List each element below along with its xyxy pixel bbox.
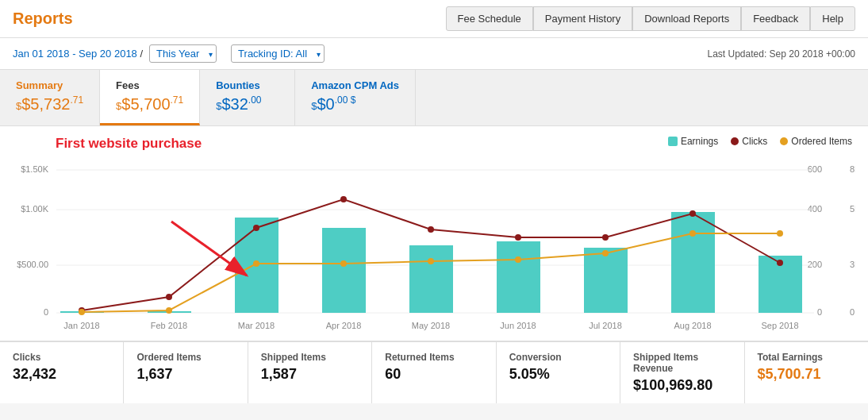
- tab-cpm-label: Amazon CPM Ads: [311, 79, 399, 91]
- tab-bounties-amount: $$32.00: [216, 94, 278, 114]
- stat-clicks: Clicks 32,432: [0, 342, 124, 403]
- period-dropdown-wrap[interactable]: This Year Last Year Custom: [149, 44, 217, 63]
- tab-summary-label: Summary: [16, 79, 83, 91]
- item-dot-may: [428, 258, 434, 264]
- stat-clicks-label: Clicks: [13, 352, 110, 363]
- date-range: Jan 01 2018 - Sep 20 2018 /: [13, 48, 143, 60]
- stat-shipped-value: 1,587: [261, 366, 359, 383]
- stat-revenue-value: $100,969.80: [633, 377, 731, 394]
- svg-text:Aug 2018: Aug 2018: [674, 321, 711, 330]
- stat-returned-label: Returned Items: [385, 352, 482, 363]
- click-dot-may: [428, 226, 434, 233]
- click-dot-mar: [253, 225, 259, 231]
- stat-revenue-label: Shipped Items Revenue: [633, 352, 731, 374]
- tab-bounties[interactable]: Bounties $$32.00: [200, 70, 295, 125]
- item-dot-mar: [253, 260, 259, 267]
- tab-fees-label: Fees: [116, 79, 183, 91]
- stat-conversion: Conversion 5.05%: [497, 342, 620, 403]
- svg-text:0: 0: [850, 307, 855, 317]
- header-nav: Fee Schedule Payment History Download Re…: [446, 6, 855, 31]
- bar-apr: [322, 228, 366, 313]
- svg-text:8K: 8K: [850, 164, 855, 174]
- bar-jul: [584, 248, 628, 313]
- nav-fee-schedule[interactable]: Fee Schedule: [446, 6, 533, 31]
- svg-text:0: 0: [817, 307, 822, 317]
- stat-total-label: Total Earnings: [758, 352, 855, 363]
- svg-text:Mar 2018: Mar 2018: [238, 321, 275, 330]
- bar-jun: [497, 241, 540, 313]
- summary-tabs: Summary $$5,732.71 Fees $$5,700.71 Bount…: [0, 70, 868, 126]
- item-dot-feb: [166, 307, 172, 314]
- click-dot-feb: [166, 294, 172, 300]
- tab-fees[interactable]: Fees $$5,700.71: [100, 70, 200, 125]
- svg-text:May 2018: May 2018: [412, 321, 450, 330]
- stat-revenue: Shipped Items Revenue $100,969.80: [620, 342, 744, 403]
- item-dot-jan: [79, 309, 85, 315]
- click-dot-sep: [777, 260, 783, 266]
- svg-text:200: 200: [808, 260, 822, 269]
- chart-svg: $1.50K $1.00K $500.00 0 8K 5K 3K 0 600 4…: [13, 158, 855, 341]
- stat-ordered: Ordered Items 1,637: [124, 342, 248, 403]
- svg-text:5K: 5K: [850, 204, 855, 214]
- stats-row: Clicks 32,432 Ordered Items 1,637 Shippe…: [0, 341, 868, 403]
- tab-cpm-amount: $$0.00 $: [311, 94, 399, 114]
- chart-legend: Earnings Clicks Ordered Items: [668, 136, 852, 147]
- stat-shipped-label: Shipped Items: [261, 352, 359, 363]
- filter-bar: Jan 01 2018 - Sep 20 2018 / This Year La…: [0, 38, 868, 70]
- click-dot-jun: [515, 234, 521, 241]
- item-dot-jun: [515, 256, 521, 263]
- page-title: Reports: [13, 10, 73, 28]
- svg-text:$1.00K: $1.00K: [21, 204, 49, 214]
- legend-clicks: Clicks: [731, 136, 767, 147]
- svg-text:Sep 2018: Sep 2018: [761, 321, 798, 330]
- period-dropdown[interactable]: This Year Last Year Custom: [149, 44, 217, 63]
- header: Reports Fee Schedule Payment History Dow…: [0, 0, 868, 38]
- bar-aug: [671, 212, 715, 313]
- tab-cpm-ads[interactable]: Amazon CPM Ads $$0.00 $: [295, 70, 416, 125]
- svg-text:3K: 3K: [850, 260, 855, 269]
- stat-shipped: Shipped Items 1,587: [248, 342, 372, 403]
- tab-fees-amount: $$5,700.71: [116, 94, 183, 114]
- stat-total-earnings: Total Earnings $5,700.71: [745, 342, 868, 403]
- last-updated: Last Updated: Sep 20 2018 +00:00: [708, 48, 856, 60]
- svg-text:Jul 2018: Jul 2018: [589, 321, 622, 330]
- svg-text:Apr 2018: Apr 2018: [326, 321, 362, 330]
- stat-ordered-label: Ordered Items: [136, 352, 234, 363]
- item-dot-apr: [340, 260, 347, 267]
- tracking-dropdown[interactable]: Tracking ID: All: [231, 44, 325, 63]
- svg-text:Feb 2018: Feb 2018: [151, 321, 187, 330]
- nav-download-reports[interactable]: Download Reports: [632, 6, 741, 31]
- nav-help[interactable]: Help: [810, 6, 855, 31]
- chart-area: First website purchase Earnings Clicks O…: [0, 126, 868, 341]
- stat-total-value: $5,700.71: [758, 366, 855, 383]
- tab-bounties-label: Bounties: [216, 79, 278, 91]
- filter-left: Jan 01 2018 - Sep 20 2018 / This Year La…: [13, 44, 325, 63]
- click-dot-jul: [602, 234, 609, 241]
- nav-feedback[interactable]: Feedback: [741, 6, 810, 31]
- tab-summary[interactable]: Summary $$5,732.71: [0, 70, 100, 125]
- stat-conversion-value: 5.05%: [509, 366, 607, 383]
- item-dot-aug: [689, 230, 696, 237]
- click-dot-apr: [340, 196, 347, 202]
- tracking-dropdown-wrap[interactable]: Tracking ID: All: [231, 44, 325, 63]
- svg-text:400: 400: [808, 204, 822, 214]
- svg-text:$500.00: $500.00: [17, 260, 48, 269]
- item-dot-jul: [602, 250, 609, 256]
- chart-annotation: First website purchase: [56, 136, 202, 152]
- nav-payment-history[interactable]: Payment History: [533, 6, 632, 31]
- item-dot-sep: [777, 230, 783, 237]
- svg-text:600: 600: [808, 164, 822, 174]
- click-dot-aug: [689, 210, 696, 217]
- stat-returned-value: 60: [385, 366, 482, 383]
- stat-returned: Returned Items 60: [372, 342, 496, 403]
- svg-text:Jan 2018: Jan 2018: [63, 321, 99, 330]
- svg-text:0: 0: [44, 307, 48, 317]
- stat-conversion-label: Conversion: [509, 352, 607, 363]
- legend-ordered-items: Ordered Items: [780, 136, 852, 147]
- tab-summary-amount: $$5,732.71: [16, 94, 83, 114]
- stat-ordered-value: 1,637: [136, 366, 234, 383]
- legend-earnings: Earnings: [668, 136, 718, 147]
- svg-text:$1.50K: $1.50K: [21, 164, 49, 174]
- bar-may: [409, 245, 453, 313]
- stat-clicks-value: 32,432: [13, 366, 110, 383]
